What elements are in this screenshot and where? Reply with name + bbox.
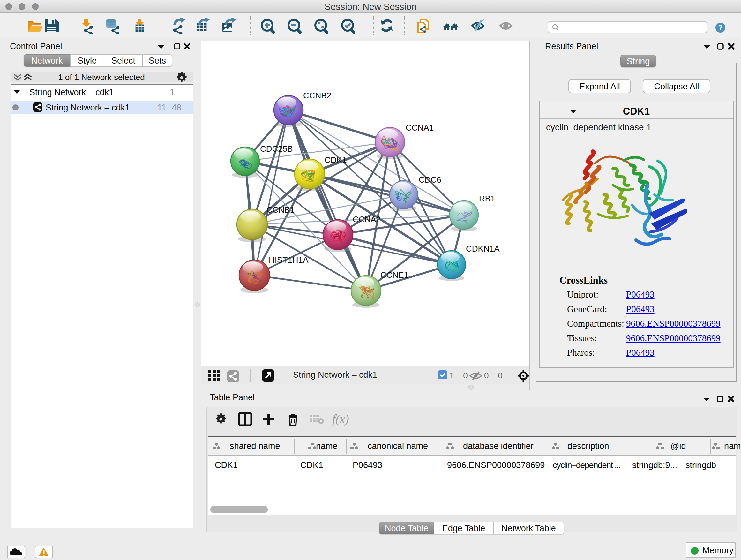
svg-text:CCNA2: CCNA2	[353, 214, 381, 224]
svg-text:CCNE1: CCNE1	[381, 270, 408, 280]
svg-text:CCNB1: CCNB1	[266, 205, 294, 214]
svg-text:CDK1: CDK1	[325, 155, 347, 165]
svg-text:CDC6: CDC6	[419, 175, 441, 185]
svg-text:CCNA1: CCNA1	[406, 123, 434, 132]
svg-text:HIST1H1A: HIST1H1A	[269, 255, 309, 265]
svg-text:CDC25B: CDC25B	[260, 144, 293, 153]
svg-text:RB1: RB1	[479, 194, 495, 203]
svg-text:CCNB2: CCNB2	[303, 91, 331, 100]
svg-text:CDKN1A: CDKN1A	[466, 244, 500, 253]
